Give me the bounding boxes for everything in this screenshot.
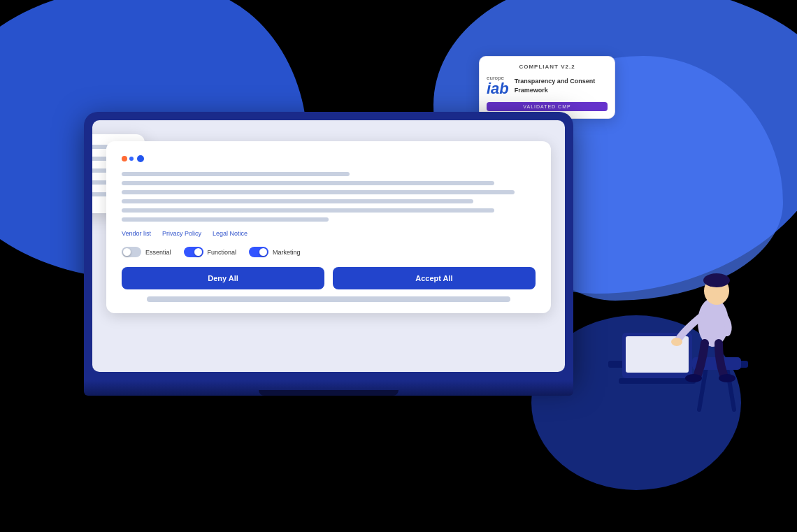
dot-blue2 [137, 155, 144, 162]
laptop: COMPLIANT V2.2 europe iab Transparency a… [84, 112, 587, 396]
person-figure [601, 193, 755, 417]
text-line-3 [122, 199, 473, 203]
essential-label: Essential [145, 249, 171, 256]
iab-content: europe iab Transparency and Consent Fram… [487, 76, 608, 96]
dot-orange [122, 156, 127, 161]
essential-toggle-switch[interactable] [122, 247, 141, 257]
iab-logo: europe iab [487, 76, 509, 96]
accept-all-button[interactable]: Accept All [333, 267, 536, 289]
functional-toggle-switch[interactable] [184, 247, 203, 257]
laptop-base [84, 380, 573, 396]
bottom-bar [147, 296, 510, 302]
text-line-title [122, 172, 350, 176]
svg-point-9 [703, 273, 730, 287]
iab-logo-text: iab [487, 81, 509, 96]
text-line-1 [122, 181, 494, 185]
marketing-label: Marketing [273, 249, 301, 256]
consent-links: Vendor list Privacy Policy Legal Notice [122, 230, 536, 237]
svg-point-10 [671, 338, 682, 346]
deny-all-button[interactable]: Deny All [122, 267, 324, 289]
dot-blue [129, 157, 134, 161]
marketing-toggle-switch[interactable] [249, 247, 268, 257]
iab-header: COMPLIANT V2.2 [487, 64, 608, 70]
consent-toggles: Essential Functional Marketing [122, 247, 536, 257]
svg-point-11 [685, 374, 702, 382]
laptop-screen-inner: Vendor list Privacy Policy Legal Notice … [92, 120, 565, 372]
functional-label: Functional [208, 249, 237, 256]
scene: COMPLIANT V2.2 europe iab Transparency a… [0, 0, 797, 532]
logo-dots [122, 155, 144, 162]
privacy-policy-link[interactable]: Privacy Policy [162, 230, 201, 237]
toggle-functional: Functional [184, 247, 237, 257]
text-line-2 [122, 190, 515, 194]
svg-rect-3 [619, 378, 696, 384]
consent-buttons: Deny All Accept All [122, 267, 536, 289]
text-line-4 [122, 208, 494, 213]
text-line-5 [122, 217, 329, 222]
toggle-marketing: Marketing [249, 247, 301, 257]
iab-badge: COMPLIANT V2.2 europe iab Transparency a… [479, 56, 615, 119]
legal-notice-link[interactable]: Legal Notice [213, 230, 247, 237]
vendor-list-link[interactable]: Vendor list [122, 230, 151, 237]
consent-dialog: Vendor list Privacy Policy Legal Notice … [106, 141, 551, 313]
laptop-screen-outer: Vendor list Privacy Policy Legal Notice … [84, 112, 573, 380]
svg-line-5 [727, 368, 734, 410]
svg-point-12 [719, 374, 735, 382]
scroll-bar-area [122, 296, 536, 302]
consent-text-area [122, 172, 536, 222]
toggle-essential: Essential [122, 247, 171, 257]
iab-footer: VALIDATED CMP [487, 102, 608, 111]
consent-logo [122, 155, 536, 162]
iab-framework-text: Transparency and Consent Framework [515, 77, 608, 94]
